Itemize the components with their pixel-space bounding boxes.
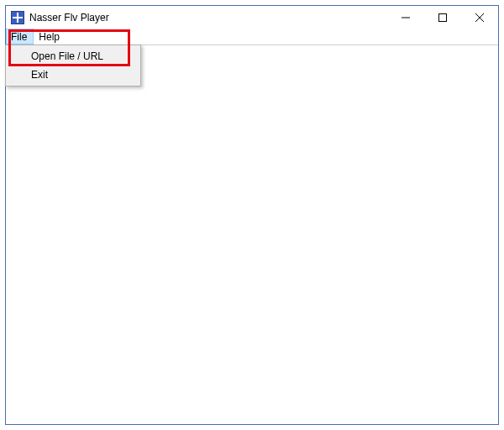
menu-file-label: File [11,31,27,43]
close-icon [475,13,484,22]
menu-help-label: Help [39,31,60,43]
file-dropdown: Open File / URL Exit [5,45,141,87]
menu-exit-label: Exit [31,69,48,81]
maximize-button[interactable] [424,6,461,29]
menu-open-file-label: Open File / URL [31,50,103,62]
menu-help[interactable]: Help [34,29,66,45]
menu-file[interactable]: File [6,29,34,45]
menu-exit[interactable]: Exit [8,66,139,84]
titlebar: Nasser Flv Player [6,6,498,29]
menu-open-file[interactable]: Open File / URL [8,47,139,66]
content-area [6,45,498,424]
app-window: Nasser Flv Player File Help Open File / … [5,5,499,425]
menubar: File Help Open File / URL Exit [6,29,498,45]
app-icon [11,11,24,24]
window-title: Nasser Flv Player [29,12,387,24]
minimize-button[interactable] [387,6,424,29]
svg-rect-1 [439,13,447,21]
close-button[interactable] [461,6,498,29]
window-controls [387,6,498,29]
minimize-icon [402,13,410,22]
maximize-icon [438,13,447,22]
